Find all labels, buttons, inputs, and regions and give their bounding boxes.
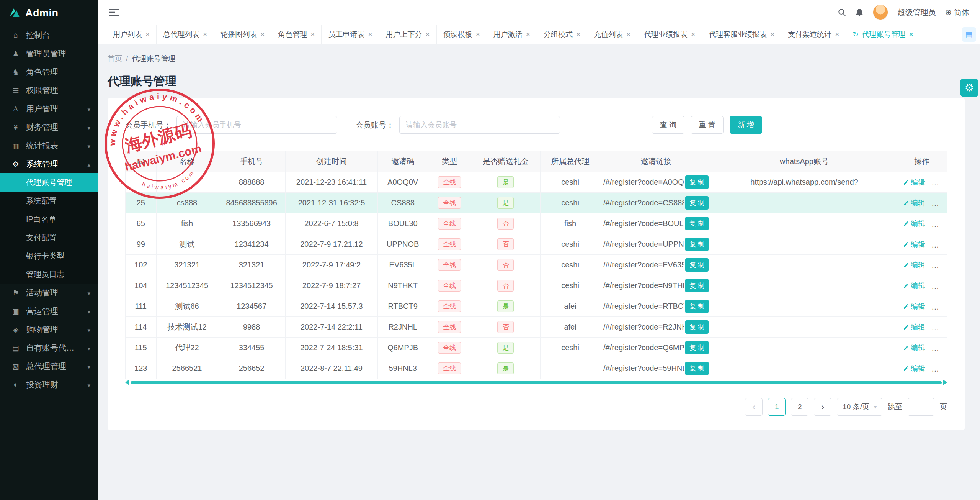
- close-icon[interactable]: [835, 30, 839, 39]
- page-1-button[interactable]: 1: [768, 398, 786, 416]
- scroll-right-arrow-icon[interactable]: [943, 380, 947, 385]
- sidebar-item-permissions[interactable]: ☰权限管理: [0, 81, 98, 100]
- close-icon[interactable]: [260, 30, 265, 39]
- tab-preset-template[interactable]: 预设模板: [437, 25, 487, 44]
- sidebar-item-activity[interactable]: ⚑活动管理: [0, 284, 98, 302]
- copy-button[interactable]: 复 制: [685, 175, 709, 189]
- sidebar-item-shopping[interactable]: ◈购物管理: [0, 320, 98, 339]
- edit-link[interactable]: 编辑: [903, 260, 925, 270]
- tab-recharge-list[interactable]: 充值列表: [587, 25, 637, 44]
- tab-list-menu-button[interactable]: ▤: [962, 27, 976, 42]
- close-icon[interactable]: [368, 30, 372, 39]
- submenu-item-payment-config[interactable]: 支付配置: [0, 228, 98, 247]
- tab-agent-cs-performance[interactable]: 代理客服业绩报表: [702, 25, 781, 44]
- cell-name: 321321: [156, 255, 218, 275]
- tab-user-activation[interactable]: 用户激活: [487, 25, 537, 44]
- copy-button[interactable]: 复 制: [685, 217, 709, 230]
- edit-link[interactable]: 编辑: [903, 322, 925, 332]
- tab-payment-channel-stats[interactable]: 支付渠道统计: [781, 25, 846, 44]
- close-icon[interactable]: [576, 30, 580, 39]
- member-phone-input[interactable]: [176, 116, 337, 134]
- close-icon[interactable]: [310, 30, 315, 39]
- tab-user-updown[interactable]: 用户上下分: [379, 25, 437, 44]
- copy-button[interactable]: 复 制: [685, 320, 709, 334]
- jump-page-input[interactable]: [908, 398, 934, 416]
- edit-link[interactable]: 编辑: [903, 219, 925, 229]
- search-button[interactable]: 查 询: [652, 116, 684, 134]
- search-icon[interactable]: [838, 8, 846, 16]
- close-icon[interactable]: [626, 30, 630, 39]
- submenu-item-system-config[interactable]: 系统配置: [0, 192, 98, 210]
- avatar[interactable]: [873, 5, 888, 20]
- submenu-item-ip-whitelist[interactable]: IP白名单: [0, 210, 98, 228]
- cell-name: 代理22: [156, 338, 218, 358]
- refresh-icon[interactable]: ↻: [853, 30, 858, 39]
- close-icon[interactable]: [426, 30, 430, 39]
- copy-button[interactable]: 复 制: [685, 341, 709, 354]
- edit-link[interactable]: 编辑: [903, 239, 925, 249]
- next-page-button[interactable]: [814, 398, 831, 416]
- submenu-item-bank-card-types[interactable]: 银行卡类型: [0, 247, 98, 265]
- tab-role-management[interactable]: 角色管理: [271, 25, 322, 44]
- tab-general-agent-list[interactable]: 总代理列表: [157, 25, 214, 44]
- breadcrumb-home[interactable]: 首页: [108, 54, 122, 64]
- type-badge: 全线: [438, 176, 461, 189]
- scroll-left-arrow-icon[interactable]: [125, 380, 129, 385]
- close-icon[interactable]: [476, 30, 480, 39]
- tab-agent-accounts[interactable]: ↻代理账号管理: [846, 25, 920, 44]
- sidebar-item-investment[interactable]: ◐投资理财: [0, 375, 98, 394]
- page-size-select[interactable]: 10 条/页: [837, 398, 882, 416]
- sidebar-item-reports[interactable]: ▦统计报表: [0, 136, 98, 155]
- close-icon[interactable]: [909, 30, 913, 39]
- cell-name: cs888: [156, 193, 218, 213]
- edit-link[interactable]: 编辑: [903, 364, 925, 374]
- close-icon[interactable]: [203, 30, 207, 39]
- edit-link[interactable]: 编辑: [903, 281, 925, 291]
- sidebar-item-system[interactable]: ⚙系统管理: [0, 155, 98, 173]
- member-account-input[interactable]: [399, 116, 560, 134]
- close-icon[interactable]: [770, 30, 774, 39]
- copy-button[interactable]: 复 制: [685, 258, 709, 272]
- sidebar-item-general-agent[interactable]: ▧总代理管理: [0, 357, 98, 375]
- notification-bell-icon[interactable]: [855, 8, 864, 17]
- copy-button[interactable]: 复 制: [685, 196, 709, 210]
- submenu-item-agent-accounts[interactable]: 代理账号管理: [0, 173, 98, 192]
- edit-link[interactable]: 编辑: [903, 343, 925, 353]
- cell-name: 技术测试12: [156, 317, 218, 338]
- copy-button[interactable]: 复 制: [685, 238, 709, 251]
- language-switcher[interactable]: ⊕简体: [945, 7, 969, 18]
- tab-staff-application[interactable]: 员工申请表: [322, 25, 379, 44]
- tab-carousel-list[interactable]: 轮播图列表: [214, 25, 271, 44]
- add-button[interactable]: 新 增: [730, 116, 762, 134]
- edit-link[interactable]: 编辑: [903, 302, 925, 311]
- reset-button[interactable]: 重 置: [691, 116, 723, 134]
- cell-gift: 是: [471, 296, 540, 317]
- copy-button[interactable]: 复 制: [685, 300, 709, 313]
- sidebar-item-admins[interactable]: ♟管理员管理: [0, 44, 98, 63]
- sidebar-item-console[interactable]: ⌂控制台: [0, 26, 98, 44]
- sidebar-item-operations[interactable]: ▣营运管理: [0, 302, 98, 320]
- close-icon[interactable]: [145, 30, 150, 39]
- edit-link[interactable]: 编辑: [903, 198, 925, 208]
- tab-group-mode[interactable]: 分组模式: [537, 25, 587, 44]
- submenu-item-admin-logs[interactable]: 管理员日志: [0, 265, 98, 284]
- tab-user-list[interactable]: 用户列表: [106, 25, 157, 44]
- scrollbar-thumb[interactable]: [131, 381, 942, 384]
- sidebar-item-roles[interactable]: ♞角色管理: [0, 63, 98, 81]
- horizontal-scrollbar[interactable]: [125, 380, 947, 385]
- cell-id: 99: [126, 234, 157, 255]
- close-icon[interactable]: [526, 30, 530, 39]
- close-icon[interactable]: [691, 30, 695, 39]
- sidebar-item-finance[interactable]: ¥财务管理: [0, 118, 98, 136]
- prev-page-button[interactable]: [745, 398, 763, 416]
- settings-button[interactable]: ⚙: [960, 79, 978, 97]
- copy-button[interactable]: 复 制: [685, 279, 709, 292]
- sidebar-item-own-account-pay[interactable]: ▤自有账号代收付: [0, 339, 98, 357]
- edit-link[interactable]: 编辑: [903, 177, 925, 187]
- tab-agent-performance[interactable]: 代理业绩报表: [637, 25, 702, 44]
- sidebar-item-users[interactable]: ♙用户管理: [0, 100, 98, 118]
- collapse-sidebar-button[interactable]: [109, 8, 119, 16]
- edit-icon: [903, 241, 909, 248]
- copy-button[interactable]: 复 制: [685, 362, 709, 375]
- page-2-button[interactable]: 2: [791, 398, 808, 416]
